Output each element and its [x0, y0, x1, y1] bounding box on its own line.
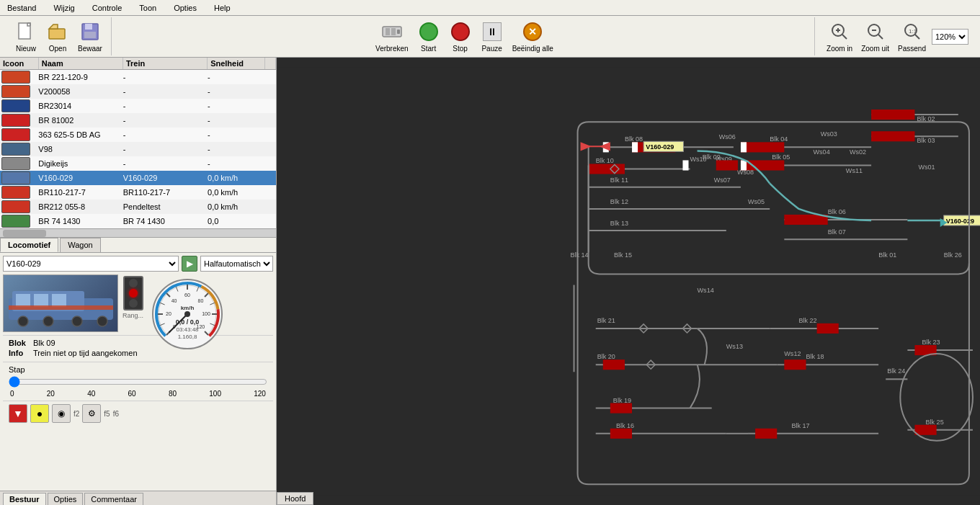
- tab-locomotief[interactable]: Locomotief: [0, 238, 58, 252]
- open-button[interactable]: Open: [43, 19, 72, 54]
- end-all-button[interactable]: ✕ Beëindig alle: [509, 19, 556, 54]
- svg-text:Ws13: Ws13: [726, 343, 743, 350]
- menu-wijzig[interactable]: Wijzig: [49, 2, 79, 14]
- tab-opties[interactable]: Opties: [48, 493, 84, 505]
- svg-rect-90: [603, 359, 625, 370]
- start-button[interactable]: Start: [414, 19, 443, 54]
- light-button[interactable]: ●: [30, 404, 49, 423]
- svg-text:Ws04: Ws04: [814, 148, 830, 156]
- svg-rect-34: [871, 131, 914, 141]
- train-name-cell: V98: [38, 142, 122, 156]
- col-header-name: Naam: [38, 58, 122, 70]
- tab-bestuur[interactable]: Bestuur: [3, 493, 46, 505]
- svg-text:Blk 11: Blk 11: [610, 176, 628, 184]
- train-name-cell: BR 81002: [38, 113, 122, 128]
- main-content: Icoon Naam Trein Snelheid: [0, 58, 980, 505]
- speed-slider[interactable]: [9, 377, 267, 387]
- table-row[interactable]: BR23014 - -: [0, 99, 276, 113]
- save-button[interactable]: Bewaar: [75, 19, 105, 54]
- train-name-cell: 363 625-5 DB AG: [38, 128, 122, 142]
- train-table: Icoon Naam Trein Snelheid: [0, 58, 276, 70]
- zoom-out-button[interactable]: Zoom uit: [858, 19, 892, 54]
- train-train-cell: -: [123, 84, 208, 99]
- train-name-cell: Digikeijs: [38, 156, 122, 171]
- loco-tabs: Locomotief Wagon: [0, 238, 276, 253]
- svg-text:Ws12: Ws12: [784, 350, 801, 357]
- svg-text:V160-029: V160-029: [946, 218, 974, 225]
- table-row[interactable]: BR212 055-8 Pendeltest 0,0 km/h: [0, 200, 276, 214]
- fit-icon: 1:1: [901, 20, 924, 43]
- menubar: Bestand Wijzig Controle Toon Opties Help: [0, 0, 980, 16]
- pause-button[interactable]: ⏸ Pauze: [478, 19, 507, 54]
- svg-rect-126: [682, 160, 688, 170]
- play-button[interactable]: ▶: [182, 256, 197, 272]
- left-panel: Icoon Naam Trein Snelheid: [0, 58, 277, 505]
- table-row[interactable]: BR110-217-7 BR110-217-7 0,0 km/h: [0, 185, 276, 200]
- table-row[interactable]: V200058 - -: [0, 84, 276, 99]
- train-icon-cell: [0, 214, 38, 228]
- fit-button[interactable]: 1:1 Passend: [895, 19, 929, 54]
- svg-text:Blk 19: Blk 19: [613, 397, 631, 404]
- open-icon: [46, 20, 69, 43]
- svg-rect-28: [9, 305, 113, 310]
- svg-rect-23: [52, 294, 66, 307]
- stop-triangle-button[interactable]: ▼: [9, 404, 27, 423]
- new-button[interactable]: Nieuw: [12, 19, 40, 54]
- steam-button[interactable]: ⚙: [82, 404, 101, 423]
- svg-text:Blk 05: Blk 05: [772, 153, 790, 161]
- mode-select[interactable]: Halfautomatisch Manueel Automatisch: [200, 256, 273, 272]
- table-row[interactable]: 363 625-5 DB AG - -: [0, 128, 276, 142]
- train-name-cell: BR 221-120-9: [38, 70, 122, 84]
- menu-bestand[interactable]: Bestand: [3, 2, 40, 14]
- blok-info: Blok Blk 09 Info Trein niet op tijd aang…: [3, 335, 273, 362]
- train-speed-cell: 0,0 km/h: [208, 200, 265, 214]
- horizontal-scrollbar[interactable]: [0, 228, 276, 237]
- svg-text:Blk 04: Blk 04: [770, 135, 788, 143]
- train-icon-cell: [0, 200, 38, 214]
- table-row[interactable]: BR 81002 - -: [0, 113, 276, 128]
- svg-rect-4: [84, 32, 96, 38]
- table-row[interactable]: BR 74 1430 BR 74 1430 0,0: [0, 214, 276, 228]
- svg-rect-22: [34, 294, 48, 307]
- svg-text:Blk 08: Blk 08: [625, 135, 643, 143]
- menu-controle[interactable]: Controle: [88, 2, 127, 14]
- svg-text:Blk 01: Blk 01: [878, 251, 896, 259]
- train-speed-cell: -: [208, 128, 265, 142]
- tab-commentaar[interactable]: Commentaar: [84, 493, 143, 505]
- zoom-in-button[interactable]: Zoom in: [824, 19, 855, 54]
- train-name-cell: BR 74 1430: [38, 214, 122, 228]
- train-icon-cell: [0, 84, 38, 99]
- zoom-controls: Zoom in Zoom uit 1:1 Passend: [818, 17, 974, 55]
- table-row[interactable]: BR 221-120-9 - -: [0, 70, 276, 84]
- loco-select[interactable]: V160-029: [3, 256, 179, 272]
- stop-label: Stop: [453, 45, 468, 53]
- svg-text:Ws01: Ws01: [918, 164, 935, 171]
- svg-text:Blk 23: Blk 23: [922, 339, 940, 346]
- svg-rect-115: [741, 142, 747, 152]
- connect-button[interactable]: Verbreken: [373, 19, 411, 54]
- train-speed-cell: 0,0 km/h: [208, 171, 265, 185]
- speedometer: [148, 274, 227, 354]
- train-train-cell: -: [123, 142, 208, 156]
- svg-text:Blk 17: Blk 17: [791, 422, 809, 429]
- table-row[interactable]: V98 - -: [0, 142, 276, 156]
- menu-help[interactable]: Help: [210, 2, 235, 14]
- train-icon-cell: [0, 156, 38, 171]
- track-tab[interactable]: Hoofd: [277, 492, 313, 505]
- stop-button[interactable]: Stop: [446, 19, 475, 54]
- bottom-tabs: Bestuur Opties Commentaar: [0, 491, 276, 505]
- table-row[interactable]: V160-029 V160-029 0,0 km/h: [0, 171, 276, 185]
- train-icon-cell: [0, 99, 38, 113]
- track-diagram[interactable]: .track { stroke: #888; stroke-width: 2; …: [277, 58, 980, 505]
- menu-opties[interactable]: Opties: [169, 2, 201, 14]
- svg-rect-31: [871, 110, 914, 120]
- zoom-select[interactable]: 120% 100% 80% 150%: [932, 29, 968, 45]
- train-name-cell: BR23014: [38, 99, 122, 113]
- func-button[interactable]: ◉: [52, 404, 71, 423]
- table-row[interactable]: Digikeijs - -: [0, 156, 276, 171]
- tab-wagon[interactable]: Wagon: [60, 238, 100, 252]
- train-list-scroll[interactable]: BR 221-120-9 - - V200058 - - BR23014 - -…: [0, 70, 276, 228]
- svg-point-24: [18, 316, 28, 326]
- svg-line-15: [878, 35, 883, 39]
- menu-toon[interactable]: Toon: [135, 2, 161, 14]
